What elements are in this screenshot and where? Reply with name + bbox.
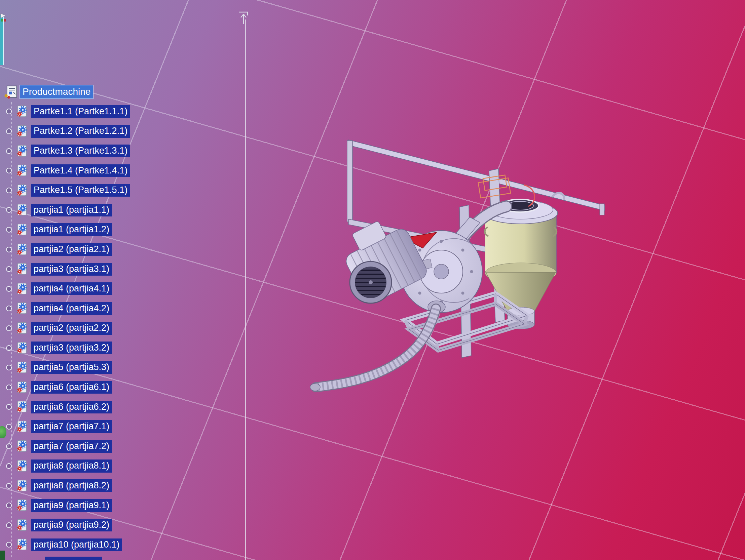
part-gears-icon	[15, 499, 28, 512]
tree-item-partial	[45, 557, 102, 560]
tree-item[interactable]: partjia8 (partjia8.2)	[3, 476, 130, 496]
tree-item-label[interactable]: partjia9 (partjia9.2)	[31, 519, 112, 531]
tree-item[interactable]: Partke1.2 (Partke1.2.1)	[3, 121, 130, 141]
part-gears-icon	[15, 125, 28, 138]
tree-item[interactable]: partjia6 (partjia6.2)	[3, 397, 130, 417]
tree-item[interactable]: partjia4 (partjia4.2)	[3, 299, 130, 319]
tree-node-circle[interactable]	[6, 168, 12, 173]
tree-item[interactable]: partjia8 (partjia8.1)	[3, 456, 130, 476]
part-gears-icon	[15, 519, 28, 531]
tree-item[interactable]: Partke1.1 (Partke1.1.1)	[3, 102, 130, 122]
tree-item[interactable]: partjia1 (partjia1.1)	[3, 200, 130, 220]
tree-item-label[interactable]: partjia7 (partjia7.1)	[31, 420, 112, 433]
tree-node-circle[interactable]	[6, 404, 12, 410]
tree-item-label[interactable]: partjia5 (partjia5.3)	[31, 361, 112, 374]
tree-node-circle[interactable]	[6, 247, 12, 252]
tree-item-label[interactable]: partjia8 (partjia8.2)	[31, 479, 112, 492]
tree-item-label[interactable]: partjia8 (partjia8.1)	[31, 459, 112, 472]
tree-item-label[interactable]: Partke1.1 (Partke1.1.1)	[31, 105, 130, 118]
tree-item[interactable]: partjia9 (partjia9.1)	[3, 495, 130, 515]
tree-node-circle[interactable]	[6, 345, 12, 351]
part-gears-icon	[15, 322, 28, 335]
tree-item[interactable]: partjia4 (partjia4.1)	[3, 279, 130, 299]
tree-item-label[interactable]: Partke1.2 (Partke1.2.1)	[31, 125, 130, 138]
tree-item-label[interactable]: partjia3 (partjia3.2)	[31, 342, 112, 354]
part-gears-icon	[15, 480, 28, 492]
tree-item[interactable]: Partke1.5 (Partke1.5.1)	[3, 180, 130, 200]
catia-viewport[interactable]: Productmachine Partke1.1 (Partke1.1.1) P…	[0, 0, 745, 560]
tree-node-circle[interactable]	[6, 522, 12, 528]
tree-node-circle[interactable]	[6, 424, 12, 429]
tree-item[interactable]: partjia7 (partjia7.2)	[3, 436, 130, 456]
tree-node-circle[interactable]	[6, 365, 12, 371]
part-gears-icon	[15, 105, 28, 118]
tree-item-label[interactable]: partjia4 (partjia4.1)	[31, 282, 112, 295]
tree-node-circle[interactable]	[6, 109, 12, 114]
part-gears-icon	[15, 145, 28, 157]
part-gears-icon	[15, 381, 28, 394]
tree-node-circle[interactable]	[6, 306, 12, 311]
tree-item-label[interactable]: partjia3 (partjia3.1)	[31, 263, 112, 276]
compass-fragment-icon	[0, 13, 7, 23]
product-document-icon	[3, 85, 18, 99]
tree-item[interactable]: partjia3 (partjia3.2)	[3, 338, 130, 358]
tree-node-circle[interactable]	[6, 385, 12, 390]
tree-item-label[interactable]: Partke1.4 (Partke1.4.1)	[31, 164, 130, 177]
tree-root-row[interactable]: Productmachine	[3, 82, 130, 102]
tree-item-label[interactable]: partjia1 (partjia1.2)	[31, 223, 112, 236]
tree-node-circle[interactable]	[6, 443, 12, 449]
tree-root-label[interactable]: Productmachine	[20, 85, 93, 99]
tree-node-circle[interactable]	[6, 286, 12, 292]
tree-node-circle[interactable]	[6, 542, 12, 548]
tree-item[interactable]: partjia3 (partjia3.1)	[3, 259, 130, 279]
part-gears-icon	[15, 263, 28, 275]
tree-item[interactable]: Partke1.4 (Partke1.4.1)	[3, 161, 130, 180]
tree-item-label[interactable]: partjia6 (partjia6.2)	[31, 401, 112, 414]
tree-item-label[interactable]: partjia9 (partjia9.1)	[31, 499, 112, 512]
tree-node-circle[interactable]	[6, 129, 12, 134]
tree-item[interactable]: partjia2 (partjia2.1)	[3, 240, 130, 259]
part-gears-icon	[15, 204, 28, 216]
3d-model-machine[interactable]	[304, 137, 624, 403]
part-gears-icon	[15, 440, 28, 452]
tree-item-label[interactable]: partjia2 (partjia2.1)	[31, 243, 112, 256]
tree-node-circle[interactable]	[6, 325, 12, 331]
tree-item-label[interactable]: partjia6 (partjia6.1)	[31, 381, 112, 394]
tree-item-label[interactable]: partjia2 (partjia2.2)	[31, 322, 112, 335]
tree-item[interactable]: partjia9 (partjia9.2)	[3, 515, 130, 535]
tree-item[interactable]: Partke1.3 (Partke1.3.1)	[3, 141, 130, 161]
part-gears-icon	[15, 538, 28, 551]
part-gears-icon	[15, 243, 28, 256]
part-gears-icon	[15, 401, 28, 413]
tree-item[interactable]: partjia2 (partjia2.2)	[3, 318, 130, 338]
tree-item[interactable]: partjia7 (partjia7.1)	[3, 417, 130, 436]
tree-item-label[interactable]: partjia7 (partjia7.2)	[31, 440, 112, 453]
part-gears-icon	[15, 223, 28, 236]
tree-node-circle[interactable]	[6, 502, 12, 508]
tree-item[interactable]: partjia6 (partjia6.1)	[3, 378, 130, 397]
tree-scroll-arrow-icon[interactable]	[235, 9, 252, 26]
part-gears-icon	[15, 460, 28, 472]
tree-node-circle[interactable]	[6, 207, 12, 213]
tree-item-label[interactable]: partjia10 (partjia10.1)	[31, 538, 122, 551]
tree-item-label[interactable]: Partke1.5 (Partke1.5.1)	[31, 184, 130, 197]
tree-item[interactable]: partjia1 (partjia1.2)	[3, 220, 130, 240]
part-gears-icon	[15, 283, 28, 295]
bottom-left-corner-fragment	[0, 551, 5, 560]
tree-node-circle[interactable]	[6, 227, 12, 233]
part-gears-icon	[15, 164, 28, 177]
tree-item-label[interactable]: partjia1 (partjia1.1)	[31, 204, 112, 216]
tree-item-label[interactable]: Partke1.3 (Partke1.3.1)	[31, 144, 130, 157]
tree-item[interactable]: partjia5 (partjia5.3)	[3, 358, 130, 378]
part-gears-icon	[15, 302, 28, 315]
tree-item-label[interactable]: partjia4 (partjia4.2)	[31, 302, 112, 315]
tree-node-circle[interactable]	[6, 148, 12, 154]
tree-node-circle[interactable]	[6, 483, 12, 489]
part-gears-icon	[15, 342, 28, 354]
tree-node-circle[interactable]	[6, 463, 12, 469]
specification-tree[interactable]: Productmachine Partke1.1 (Partke1.1.1) P…	[3, 82, 130, 555]
tree-anchor-line[interactable]	[245, 20, 246, 560]
tree-item[interactable]: partjia10 (partjia10.1)	[3, 535, 130, 555]
tree-node-circle[interactable]	[6, 187, 12, 193]
tree-node-circle[interactable]	[6, 266, 12, 272]
